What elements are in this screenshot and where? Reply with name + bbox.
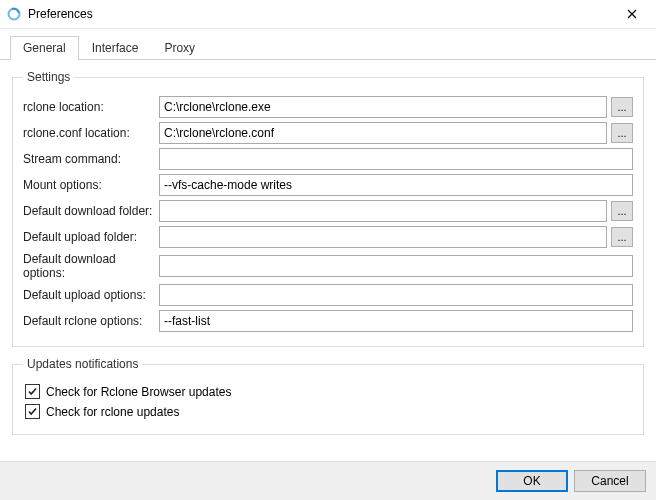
updates-group: Updates notifications Check for Rclone B… <box>12 357 644 435</box>
settings-legend: Settings <box>23 70 74 84</box>
tab-interface[interactable]: Interface <box>79 36 152 60</box>
default-upload-folder-label: Default upload folder: <box>23 230 155 244</box>
ok-button[interactable]: OK <box>496 470 568 492</box>
dialog-footer: OK Cancel <box>0 461 656 500</box>
check-rclone-updates-checkbox[interactable] <box>25 404 40 419</box>
default-upload-options-label: Default upload options: <box>23 288 155 302</box>
rclone-conf-input[interactable] <box>159 122 607 144</box>
rclone-location-label: rclone location: <box>23 100 155 114</box>
default-download-folder-browse-button[interactable]: ... <box>611 201 633 221</box>
rclone-location-input[interactable] <box>159 96 607 118</box>
app-icon <box>6 6 22 22</box>
tab-general[interactable]: General <box>10 36 79 60</box>
rclone-conf-browse-button[interactable]: ... <box>611 123 633 143</box>
window-title: Preferences <box>28 7 93 21</box>
title-bar: Preferences <box>0 0 656 29</box>
tab-proxy[interactable]: Proxy <box>151 36 208 60</box>
check-browser-updates-label: Check for Rclone Browser updates <box>46 385 231 399</box>
default-download-options-input[interactable] <box>159 255 633 277</box>
default-upload-folder-input[interactable] <box>159 226 607 248</box>
check-rclone-updates-label: Check for rclone updates <box>46 405 179 419</box>
default-rclone-options-label: Default rclone options: <box>23 314 155 328</box>
mount-options-input[interactable] <box>159 174 633 196</box>
default-download-options-label: Default download options: <box>23 252 155 280</box>
check-browser-updates-checkbox[interactable] <box>25 384 40 399</box>
content-area: Settings rclone location: ... rclone.con… <box>0 60 656 455</box>
tab-bar: General Interface Proxy <box>0 29 656 60</box>
default-upload-options-input[interactable] <box>159 284 633 306</box>
default-rclone-options-input[interactable] <box>159 310 633 332</box>
rclone-conf-label: rclone.conf location: <box>23 126 155 140</box>
rclone-location-browse-button[interactable]: ... <box>611 97 633 117</box>
mount-options-label: Mount options: <box>23 178 155 192</box>
close-icon <box>627 9 637 19</box>
updates-legend: Updates notifications <box>23 357 142 371</box>
default-download-folder-input[interactable] <box>159 200 607 222</box>
cancel-button[interactable]: Cancel <box>574 470 646 492</box>
stream-command-input[interactable] <box>159 148 633 170</box>
default-download-folder-label: Default download folder: <box>23 204 155 218</box>
default-upload-folder-browse-button[interactable]: ... <box>611 227 633 247</box>
checkmark-icon <box>27 386 38 397</box>
checkmark-icon <box>27 406 38 417</box>
stream-command-label: Stream command: <box>23 152 155 166</box>
settings-group: Settings rclone location: ... rclone.con… <box>12 70 644 347</box>
close-button[interactable] <box>612 0 652 28</box>
